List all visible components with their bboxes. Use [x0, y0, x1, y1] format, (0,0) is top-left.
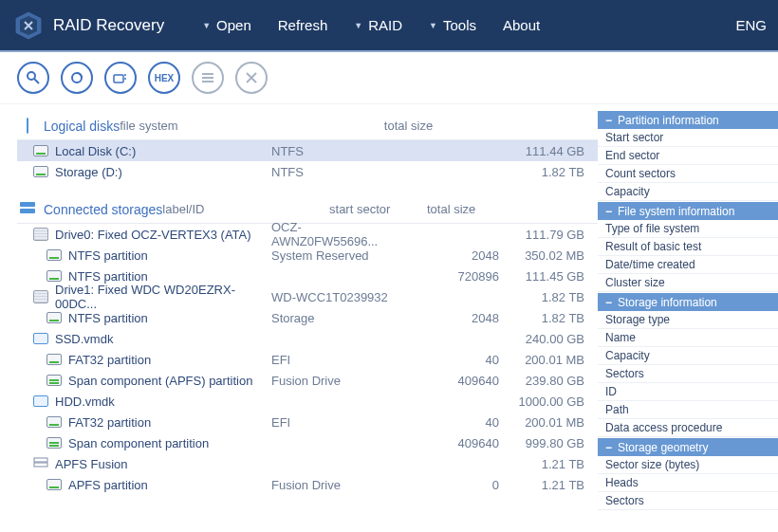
column-label: label/ID: [162, 202, 295, 216]
item-name: Span component partition: [68, 436, 271, 450]
label-value: Storage: [271, 311, 404, 325]
column-startsector: start sector: [295, 202, 390, 216]
panel-property: Sector size (bytes): [598, 456, 778, 474]
storage-row[interactable]: Drive1: Fixed WDC WD20EZRX-00DC... WD-WC…: [17, 286, 598, 307]
storage-row[interactable]: Span component (APFS) partition Fusion D…: [17, 370, 598, 391]
storage-tree: Logical disks file system total size Loc…: [0, 104, 598, 510]
logical-disk-row[interactable]: Storage (D:) NTFS 1.82 TB: [17, 161, 598, 182]
toolbar-scan-button[interactable]: [17, 62, 49, 94]
totalsize-value: 1.82 TB: [499, 165, 584, 179]
storage-row[interactable]: SSD.vmdk 240.00 GB: [17, 328, 598, 349]
storage-row[interactable]: APFS partition Fusion Drive 0 1.21 TB: [17, 474, 598, 495]
panel-title: File system information: [618, 205, 734, 218]
menu-about[interactable]: About: [503, 17, 540, 33]
disk-icon: [30, 166, 51, 177]
storage-row[interactable]: Drive0: Fixed OCZ-VERTEX3 (ATA) OCZ-AWNZ…: [17, 224, 598, 245]
totalsize-value: 1000.00 GB: [499, 394, 584, 409]
toolbar-save-button[interactable]: [104, 62, 137, 94]
raid-icon: [33, 457, 48, 470]
panel-property: Cluster size: [598, 274, 778, 292]
panel-property: Start sector: [598, 129, 778, 147]
item-name: FAT32 partition: [68, 353, 271, 367]
caret-down-icon: ▼: [202, 21, 211, 30]
disk-name: Local Disk (C:): [55, 144, 271, 158]
menu-refresh[interactable]: Refresh: [278, 17, 328, 33]
menu-raid[interactable]: ▼RAID: [354, 17, 402, 33]
collapse-icon: −: [605, 296, 612, 309]
totalsize-value: 111.45 GB: [499, 269, 584, 284]
svg-rect-13: [20, 202, 35, 207]
raid-logo-icon: [11, 9, 46, 43]
column-totalsize: total size: [390, 202, 475, 216]
svg-point-6: [124, 74, 126, 76]
startsector-value: 2048: [404, 248, 499, 263]
hex-label: HEX: [155, 73, 175, 83]
label-value: OCZ-AWNZ0FW55696...: [271, 220, 404, 248]
close-icon: [246, 72, 257, 83]
totalsize-value: 200.01 MB: [499, 353, 584, 367]
item-name: NTFS partition: [68, 311, 271, 325]
section-title: Connected storages: [44, 202, 162, 217]
item-name: APFS partition: [68, 478, 271, 492]
panel-property: End sector: [598, 147, 778, 165]
logical-disk-row[interactable]: Local Disk (C:) NTFS 111.44 GB: [17, 140, 598, 161]
toolbar-resume-button[interactable]: [61, 62, 93, 94]
panel-header[interactable]: −File system information: [598, 201, 778, 220]
label-value: System Reserved: [271, 248, 404, 263]
drive-icon: [33, 290, 48, 303]
language-selector[interactable]: ENG: [735, 17, 767, 33]
svg-rect-14: [20, 209, 35, 213]
panel-property: Storage type: [598, 311, 778, 329]
storage-row[interactable]: APFS Fusion 1.21 TB: [17, 453, 598, 474]
search-icon: [26, 70, 41, 85]
startsector-value: 409640: [404, 374, 499, 388]
totalsize-value: 239.80 GB: [499, 374, 584, 388]
item-name: Drive1: Fixed WDC WD20EZRX-00DC...: [55, 283, 271, 311]
vmdk-icon: [33, 333, 48, 344]
storage-row[interactable]: Span component partition 409640 999.80 G…: [17, 432, 598, 453]
monitor-icon: [17, 119, 38, 133]
toolbar-close-button[interactable]: [235, 62, 268, 94]
storage-icon: [17, 201, 38, 217]
storage-row[interactable]: NTFS partition System Reserved 2048 350.…: [17, 245, 598, 266]
item-name: Drive0: Fixed OCZ-VERTEX3 (ATA): [55, 228, 271, 242]
startsector-value: 720896: [404, 269, 499, 284]
info-sidebar: −Partition informationStart sectorEnd se…: [598, 104, 778, 510]
panel-header[interactable]: −Partition information: [598, 110, 778, 129]
item-name: NTFS partition: [68, 248, 271, 263]
collapse-icon: −: [605, 441, 612, 454]
panel-header[interactable]: −Storage geometry: [598, 437, 778, 456]
panel-property: Path: [598, 401, 778, 419]
totalsize-value: 1.21 TB: [499, 457, 584, 471]
caret-down-icon: ▼: [354, 21, 362, 30]
toolbar: HEX: [0, 52, 778, 104]
startsector-value: 40: [404, 415, 499, 430]
storage-row[interactable]: HDD.vmdk 1000.00 GB: [17, 391, 598, 412]
partition-icon: [46, 437, 62, 449]
menu-tools[interactable]: ▼Tools: [429, 17, 476, 33]
menu-open[interactable]: ▼Open: [202, 17, 251, 33]
panel-header[interactable]: −Storage information: [598, 292, 778, 311]
storage-row[interactable]: NTFS partition Storage 2048 1.82 TB: [17, 307, 598, 328]
panel-property: Data access procedure: [598, 419, 778, 437]
panel-property: Result of basic test: [598, 238, 778, 256]
panel-title: Storage geometry: [618, 441, 708, 454]
column-filesystem: file system: [120, 119, 252, 133]
partition-icon: [46, 249, 62, 261]
startsector-value: 409640: [404, 436, 499, 450]
item-name: APFS Fusion: [55, 457, 271, 471]
item-name: NTFS partition: [68, 269, 271, 284]
svg-point-2: [28, 72, 35, 80]
toolbar-list-button[interactable]: [192, 62, 224, 94]
toolbar-hex-button[interactable]: HEX: [148, 62, 180, 94]
label-value: EFI: [271, 353, 404, 367]
filesystem-value: NTFS: [271, 144, 404, 158]
storage-row[interactable]: FAT32 partition EFI 40 200.01 MB: [17, 412, 598, 432]
storage-row[interactable]: FAT32 partition EFI 40 200.01 MB: [17, 349, 598, 370]
panel-property: Type of file system: [598, 220, 778, 238]
svg-line-3: [34, 79, 39, 83]
caret-down-icon: ▼: [429, 21, 437, 30]
resume-icon: [69, 70, 84, 85]
totalsize-value: 1.21 TB: [499, 478, 584, 492]
item-name: HDD.vmdk: [55, 394, 271, 409]
